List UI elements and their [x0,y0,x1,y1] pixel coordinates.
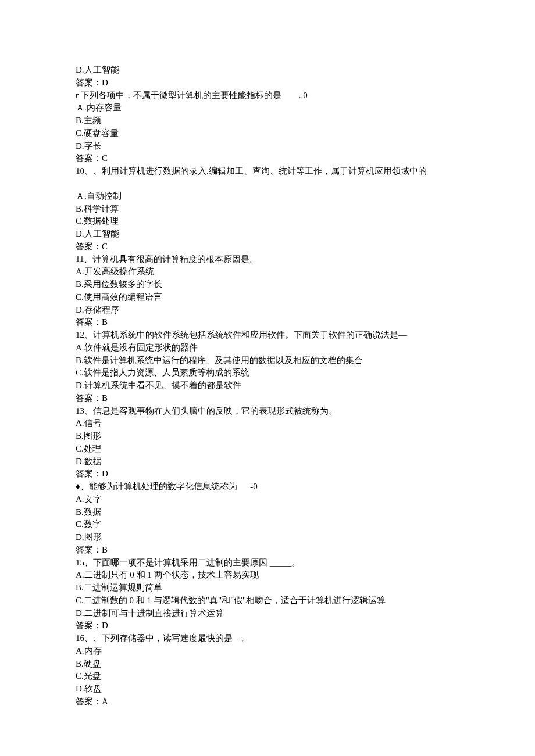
text-line: 答案：D [76,619,459,632]
text-line: D.数据 [76,456,459,468]
text-line: A.二进制只有 0 和 1 两个状态，技术上容易实现 [76,569,459,582]
text-line: A.文字 [76,493,459,506]
text-line: 11、计算机具有很高的计算精度的根本原因是。 [76,253,459,266]
text-line: 16、、下列存储器中，读写速度最快的是—。 [76,632,459,645]
text-line: 13、信息是客观事物在人们头脑中的反映，它的表现形式被统称为。 [76,405,459,418]
text-line: B.主频 [76,114,459,127]
text-line: C.光盘 [76,670,459,683]
text-line: 答案：B [76,392,459,405]
text-line: A.内存 [76,645,459,658]
text-line: B.科学计算 [76,203,459,216]
text-line: D.图形 [76,531,459,544]
text-line: 10、、利用计算机进行数据的录入.编辑加工、查询、统计等工作，属于计算机应用领域… [76,165,459,178]
text-line: A.开发高级操作系统 [76,266,459,278]
text-line: 答案：D [76,468,459,481]
text-line: 15、下面哪一项不是计算机采用二进制的主要原因 _____。 [76,557,459,569]
text-line: D.计算机系统中看不见、摸不着的都是软件 [76,379,459,392]
text-line: A.信号 [76,417,459,430]
text-line: C.使用高效的编程语言 [76,291,459,304]
text-line: B.图形 [76,430,459,443]
document-body: D.人工智能答案：Dr 下列各项中，不属于微型计算机的主要性能指标的是 ..0Ａ… [76,64,459,708]
text-line: A.软件就是没有固定形状的器件 [76,342,459,354]
text-line: r 下列各项中，不属于微型计算机的主要性能指标的是 ..0 [76,89,459,102]
text-line: 答案：C [76,241,459,253]
text-line: C.数字 [76,518,459,531]
blank-line [76,178,459,190]
text-line: B.软件是计算机系统中运行的程序、及其使用的数据以及相应的文档的集合 [76,354,459,367]
text-line: 答案：A [76,696,459,708]
text-line: D.人工智能 [76,64,459,77]
text-line: C.软件是指人力资源、人员素质等构成的系统 [76,367,459,379]
text-line: 答案：D [76,77,459,89]
text-line: B.二进制运算规则简单 [76,582,459,594]
text-line: D.字长 [76,140,459,153]
text-line: C.二进制数的 0 和 1 与逻辑代数的"真"和"假"相吻合，适合于计算机进行逻… [76,594,459,607]
text-line: D.软盘 [76,683,459,696]
text-line: 答案：B [76,316,459,329]
text-line: C.处理 [76,443,459,456]
text-line: D.存储程序 [76,304,459,317]
text-line: 12、计算机系统中的软件系统包括系统软件和应用软件。下面关于软件的正确说法是— [76,329,459,342]
text-line: D.二进制可与十进制直接进行算术运算 [76,607,459,620]
text-line: Ａ.自动控制 [76,190,459,203]
text-line: C.数据处理 [76,215,459,228]
text-line: B.采用位数较多的字长 [76,278,459,291]
text-line: 答案：B [76,544,459,557]
text-line: 答案：C [76,152,459,165]
text-line: B.硬盘 [76,658,459,671]
text-line: ♦、能够为计算机处理的数字化信息统称为 -0 [76,481,459,493]
text-line: B.数据 [76,506,459,519]
document-page: D.人工智能答案：Dr 下列各项中，不属于微型计算机的主要性能指标的是 ..0Ａ… [0,0,535,756]
text-line: Ａ.内存容量 [76,102,459,114]
text-line: D.人工智能 [76,228,459,241]
text-line: C.硬盘容量 [76,127,459,140]
